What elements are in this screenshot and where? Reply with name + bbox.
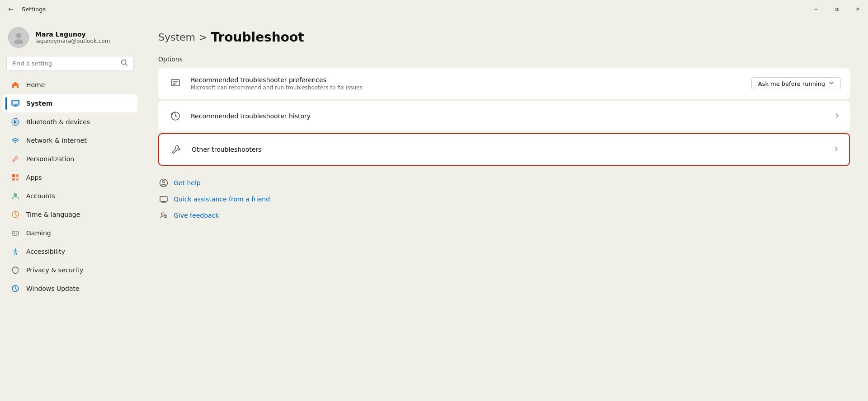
back-button[interactable]: ← xyxy=(5,3,17,15)
recommended-prefs-action: Ask me before running xyxy=(751,77,841,90)
give-feedback-icon xyxy=(158,210,169,221)
sidebar-item-home[interactable]: Home xyxy=(3,76,137,94)
sidebar-item-update[interactable]: Windows Update xyxy=(3,280,137,298)
sidebar-item-privacy[interactable]: Privacy & security xyxy=(3,261,137,279)
breadcrumb-parent[interactable]: System xyxy=(158,32,195,43)
svg-rect-12 xyxy=(12,174,15,177)
chevron-right-icon xyxy=(834,112,841,121)
apps-icon xyxy=(11,173,20,182)
sidebar-item-gaming[interactable]: Gaming xyxy=(3,224,137,242)
search-input[interactable] xyxy=(12,60,117,67)
svg-point-0 xyxy=(16,33,21,38)
sidebar-item-accounts[interactable]: Accounts xyxy=(3,187,137,205)
chevron-down-icon xyxy=(829,80,834,87)
search-box[interactable] xyxy=(6,56,134,71)
user-profile[interactable]: Mara Lagunoy lagunoymara@outlook.com xyxy=(0,21,140,56)
quick-assist-link[interactable]: Quick assistance from a friend xyxy=(158,191,850,207)
personalization-icon xyxy=(11,154,20,163)
recommended-prefs-row[interactable]: Recommended troubleshooter preferences M… xyxy=(158,68,850,99)
main-layout: Mara Lagunoy lagunoymara@outlook.com xyxy=(0,16,868,401)
sidebar-item-bluetooth[interactable]: Bluetooth & devices xyxy=(3,113,137,131)
user-email: lagunoymara@outlook.com xyxy=(35,38,110,44)
sidebar-item-time-label: Time & language xyxy=(26,211,80,218)
sidebar-item-gaming-label: Gaming xyxy=(26,229,51,237)
svg-line-3 xyxy=(126,64,127,66)
sidebar-item-privacy-label: Privacy & security xyxy=(26,266,83,274)
accounts-icon xyxy=(11,191,20,200)
update-icon xyxy=(11,284,20,293)
sidebar-item-accessibility[interactable]: Accessibility xyxy=(3,242,137,261)
svg-point-16 xyxy=(14,193,17,197)
svg-rect-33 xyxy=(160,196,167,201)
section-label: Options xyxy=(158,56,850,63)
recommended-prefs-text: Recommended troubleshooter preferences M… xyxy=(191,76,751,91)
content-area: System > Troubleshoot Options Recommende… xyxy=(140,16,868,401)
sidebar-item-apps[interactable]: Apps xyxy=(3,168,137,187)
wrench-icon xyxy=(168,141,184,158)
breadcrumb-separator: > xyxy=(199,32,207,43)
sidebar-item-bluetooth-label: Bluetooth & devices xyxy=(26,118,90,126)
svg-rect-14 xyxy=(12,178,15,181)
close-button[interactable]: ✕ xyxy=(847,1,868,17)
search-icon xyxy=(121,59,128,68)
troubleshooter-prefs-dropdown[interactable]: Ask me before running xyxy=(751,77,841,90)
user-name: Mara Lagunoy xyxy=(35,31,110,38)
other-troubleshooters-row[interactable]: Other troubleshooters xyxy=(159,134,849,165)
bluetooth-icon xyxy=(11,117,20,126)
avatar xyxy=(8,27,29,48)
home-icon xyxy=(11,80,20,89)
svg-point-22 xyxy=(16,233,17,234)
recommended-prefs-card: Recommended troubleshooter preferences M… xyxy=(158,68,850,99)
breadcrumb: System > Troubleshoot xyxy=(158,30,850,45)
sidebar: Mara Lagunoy lagunoymara@outlook.com xyxy=(0,16,140,401)
get-help-link[interactable]: Get help xyxy=(158,175,850,191)
svg-point-32 xyxy=(163,181,165,183)
network-icon xyxy=(11,136,20,145)
recommended-history-action xyxy=(834,112,841,121)
minimize-button[interactable]: ─ xyxy=(806,1,826,17)
recommended-history-text: Recommended troubleshooter history xyxy=(191,112,834,120)
time-icon xyxy=(11,210,20,219)
chevron-right-icon-2 xyxy=(833,145,840,154)
sidebar-item-personalization[interactable]: Personalization xyxy=(3,150,137,168)
svg-rect-26 xyxy=(171,79,179,86)
sidebar-item-update-label: Windows Update xyxy=(26,285,80,292)
links-section: Get help Quick assistance from a friend xyxy=(158,175,850,224)
privacy-icon xyxy=(11,266,20,275)
give-feedback-link[interactable]: Give feedback xyxy=(158,207,850,224)
sidebar-item-time[interactable]: Time & language xyxy=(3,205,137,224)
quick-assist-icon xyxy=(158,194,169,205)
sidebar-nav: Home System xyxy=(0,76,140,298)
sidebar-item-system[interactable]: System xyxy=(3,94,137,112)
svg-rect-18 xyxy=(12,231,19,235)
window-controls: ─ ⧉ ✕ xyxy=(806,1,868,17)
other-troubleshooters-card: Other troubleshooters xyxy=(158,133,850,166)
breadcrumb-current: Troubleshoot xyxy=(211,30,304,45)
sidebar-item-home-label: Home xyxy=(26,81,45,89)
restore-button[interactable]: ⧉ xyxy=(826,1,847,17)
other-troubleshooters-action xyxy=(833,145,840,154)
recommended-prefs-subtitle: Microsoft can recommend and run troubles… xyxy=(191,84,751,91)
other-troubleshooters-title: Other troubleshooters xyxy=(192,146,833,153)
gaming-icon xyxy=(11,228,20,238)
sidebar-item-personalization-label: Personalization xyxy=(26,155,74,163)
other-troubleshooters-text: Other troubleshooters xyxy=(192,146,833,153)
titlebar: ← Settings ─ ⧉ ✕ xyxy=(0,0,868,16)
quick-assist-label: Quick assistance from a friend xyxy=(174,196,270,203)
sidebar-item-system-label: System xyxy=(26,100,52,107)
give-feedback-label: Give feedback xyxy=(174,212,219,219)
sidebar-item-network-label: Network & internet xyxy=(26,137,87,144)
recommended-prefs-title: Recommended troubleshooter preferences xyxy=(191,76,751,84)
recommended-history-title: Recommended troubleshooter history xyxy=(191,112,834,120)
sidebar-item-network[interactable]: Network & internet xyxy=(3,131,137,149)
accessibility-icon xyxy=(11,247,20,256)
troubleshooter-prefs-icon xyxy=(167,75,184,92)
sidebar-item-accounts-label: Accounts xyxy=(26,192,55,200)
user-info: Mara Lagunoy lagunoymara@outlook.com xyxy=(35,31,110,44)
recommended-history-card: Recommended troubleshooter history xyxy=(158,101,850,131)
svg-point-11 xyxy=(15,142,16,143)
get-help-label: Get help xyxy=(174,179,201,187)
svg-point-36 xyxy=(161,213,164,215)
recommended-history-row[interactable]: Recommended troubleshooter history xyxy=(158,101,850,131)
svg-rect-13 xyxy=(16,174,19,177)
